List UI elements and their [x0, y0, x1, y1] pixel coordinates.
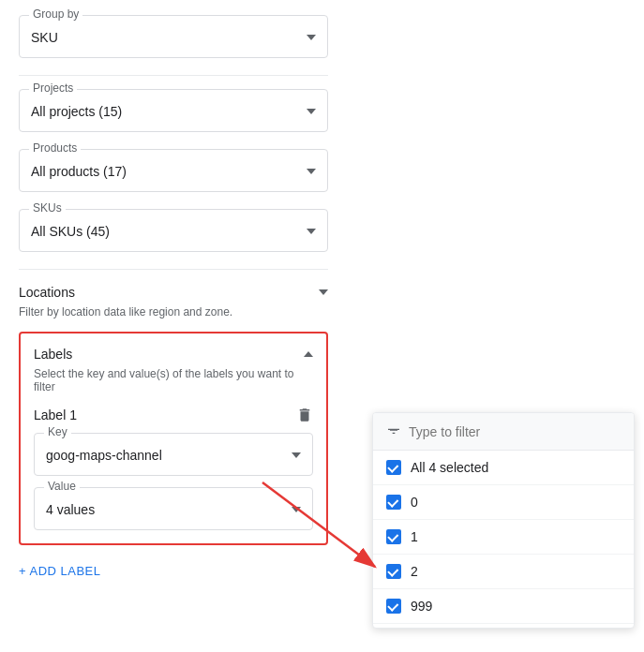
products-value: All products (17) [31, 164, 127, 179]
label-1-key-label: Key [44, 425, 71, 438]
projects-select[interactable]: Projects All projects (15) [19, 89, 328, 132]
dropdown-item-1[interactable]: 1 [373, 520, 634, 555]
locations-header[interactable]: Locations [19, 283, 328, 302]
label-1-value-select[interactable]: Value 4 values [34, 487, 313, 530]
dropdown-filter-input[interactable] [409, 424, 621, 439]
label-1-value-filter: Value 4 values [34, 487, 313, 530]
group-by-chevron-icon [307, 35, 316, 40]
dropdown-item-1-label: 1 [411, 529, 418, 544]
skus-value: All SKUs (45) [31, 224, 110, 239]
label-1-value-chevron-icon [292, 507, 301, 512]
filter-icon [386, 422, 401, 440]
label-1-key-filter: Key goog-maps-channel [34, 433, 313, 476]
checkbox-0 [386, 495, 401, 510]
add-label-text: + ADD LABEL [19, 564, 101, 578]
group-by-filter: Group by SKU [19, 15, 328, 58]
dropdown-item-999-label: 999 [411, 599, 432, 614]
label-1-title-row: Label 1 [34, 407, 313, 423]
labels-header: Labels [34, 347, 313, 362]
locations-section: Locations Filter by location data like r… [19, 283, 328, 319]
skus-label: SKUs [29, 201, 66, 215]
divider-2 [19, 269, 328, 270]
products-select[interactable]: Products All products (17) [19, 149, 328, 192]
dropdown-item-all-label: All 4 selected [411, 460, 488, 475]
projects-value: All projects (15) [31, 104, 122, 119]
skus-filter: SKUs All SKUs (45) [19, 209, 328, 252]
delete-label-1-button[interactable] [296, 407, 313, 423]
locations-description: Filter by location data like region and … [19, 305, 328, 319]
checkbox-all-selected [386, 460, 401, 475]
values-dropdown-panel: All 4 selected 0 1 2 999 [372, 412, 635, 629]
label-1-item: Label 1 Key goog-maps-channel [34, 407, 313, 530]
label-1-value-value: 4 values [46, 502, 95, 517]
checkbox-999 [386, 599, 401, 614]
projects-chevron-icon [307, 109, 316, 114]
labels-description: Select the key and value(s) of the label… [34, 367, 313, 393]
skus-chevron-icon [307, 229, 316, 234]
divider-1 [19, 75, 328, 76]
group-by-label: Group by [29, 7, 82, 21]
dropdown-item-2[interactable]: 2 [373, 555, 634, 589]
dropdown-item-all[interactable]: All 4 selected [373, 451, 634, 485]
labels-title: Labels [34, 347, 72, 362]
dropdown-item-0[interactable]: 0 [373, 485, 634, 520]
dropdown-item-0-label: 0 [411, 495, 418, 510]
products-filter: Products All products (17) [19, 149, 328, 192]
dropdown-item-2-label: 2 [411, 564, 418, 579]
projects-label: Projects [29, 82, 77, 95]
dropdown-scroll-indicator [426, 628, 582, 629]
locations-chevron-icon [319, 289, 328, 295]
add-label-button[interactable]: + ADD LABEL [19, 560, 101, 582]
label-1-title: Label 1 [34, 408, 77, 422]
label-1-key-select[interactable]: Key goog-maps-channel [34, 433, 313, 476]
group-by-select[interactable]: Group by SKU [19, 15, 328, 58]
skus-select[interactable]: SKUs All SKUs (45) [19, 209, 328, 252]
dropdown-item-999[interactable]: 999 [373, 589, 634, 624]
checkbox-2 [386, 564, 401, 579]
label-1-value-label: Value [44, 480, 80, 493]
label-1-key-chevron-icon [292, 452, 301, 458]
group-by-value: SKU [31, 30, 58, 45]
dropdown-filter-row [373, 413, 634, 451]
products-label: Products [29, 141, 81, 155]
checkbox-1 [386, 529, 401, 544]
label-1-key-value: goog-maps-channel [46, 448, 162, 463]
labels-chevron-icon[interactable] [304, 351, 313, 357]
labels-section: Labels Select the key and value(s) of th… [19, 332, 328, 545]
products-chevron-icon [307, 169, 316, 174]
locations-title: Locations [19, 285, 75, 300]
projects-filter: Projects All projects (15) [19, 89, 328, 132]
